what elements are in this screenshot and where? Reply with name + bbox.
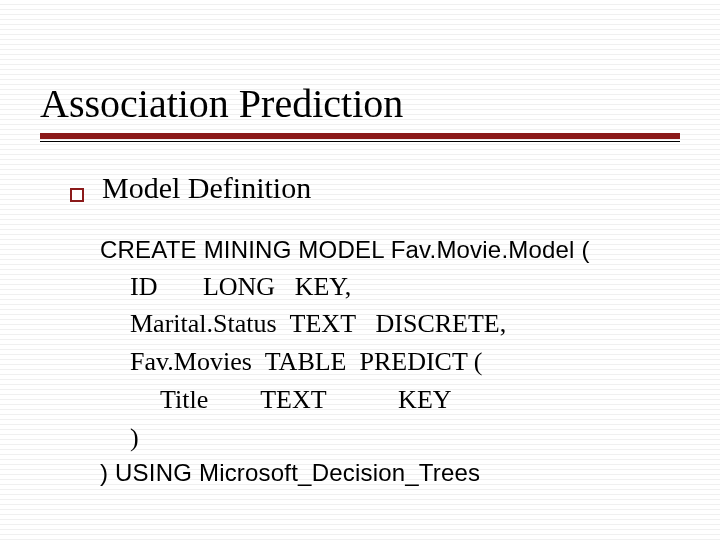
subheading: Model Definition (102, 171, 311, 205)
code-lead: CREATE MINING MODEL Fav.Movie.Model ( (100, 233, 680, 268)
schema-line: ID LONG KEY, (100, 268, 680, 306)
schema-line: Fav.Movies TABLE PREDICT ( (100, 343, 680, 381)
schema-line: ) (100, 419, 680, 457)
schema-line: Title TEXT KEY (100, 381, 680, 419)
slide-title: Association Prediction (40, 80, 680, 127)
code-tail: ) USING Microsoft_Decision_Trees (100, 456, 680, 491)
schema-line: Marital.Status TEXT DISCRETE, (100, 305, 680, 343)
square-bullet-icon (70, 188, 84, 202)
code-block: CREATE MINING MODEL Fav.Movie.Model ( ID… (100, 233, 680, 491)
title-rule (40, 133, 680, 141)
bullet-item: Model Definition (70, 171, 680, 205)
